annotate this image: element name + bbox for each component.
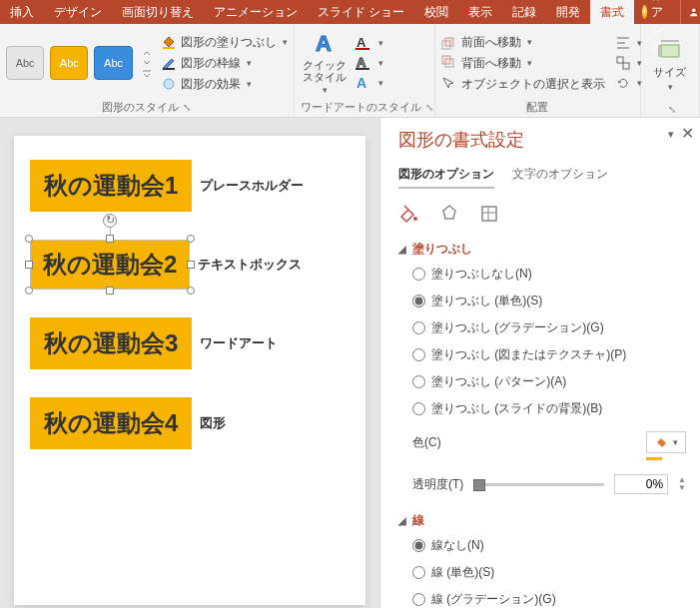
bring-forward-icon: [441, 34, 457, 50]
wordart-label: ワードアート: [200, 334, 278, 352]
line-option-radio-0[interactable]: [412, 539, 425, 552]
fill-line-category-icon[interactable]: [398, 203, 420, 225]
tab-animations[interactable]: アニメーション: [204, 0, 308, 24]
resize-handle-sw[interactable]: [25, 287, 33, 295]
transparency-slider[interactable]: [473, 483, 604, 486]
fill-option-label-5: 塗りつぶし (スライドの背景)(B): [431, 400, 602, 417]
resize-handle-nw[interactable]: [25, 235, 33, 243]
collapse-fill-icon[interactable]: ◢: [398, 244, 406, 255]
resize-handle-n[interactable]: [106, 235, 114, 243]
line-option-2[interactable]: 線 (グラデーション)(G): [412, 591, 686, 608]
shape-effects-button[interactable]: 図形の効果▾: [161, 76, 288, 93]
fill-option-3[interactable]: 塗りつぶし (図またはテクスチャ)(P): [412, 346, 686, 363]
size-category-icon[interactable]: [478, 203, 500, 225]
bring-forward-button[interactable]: 前面へ移動▾: [441, 34, 605, 51]
tell-me[interactable]: 操作アシス: [634, 0, 680, 24]
transparency-spin-down[interactable]: ▼: [678, 484, 686, 492]
collapse-line-icon[interactable]: ◢: [398, 515, 406, 526]
pane-close-icon[interactable]: ✕: [681, 124, 694, 143]
tab-design[interactable]: デザイン: [44, 0, 112, 24]
fill-option-radio-0[interactable]: [412, 268, 425, 281]
tab-insert[interactable]: 挿入: [0, 0, 44, 24]
line-option-1[interactable]: 線 (単色)(S): [412, 564, 686, 581]
text-effects-button[interactable]: A▾: [354, 75, 383, 91]
quick-styles-button[interactable]: A クイック スタイル▾: [301, 31, 349, 95]
fill-option-radio-3[interactable]: [412, 348, 425, 361]
slide-canvas[interactable]: 秋の運動会1 プレースホルダー 秋の運動会2 テキストボックス: [14, 136, 365, 605]
shape-styles-launcher-icon[interactable]: ⤡: [183, 102, 191, 113]
svg-text:A: A: [356, 35, 366, 50]
gallery-up-icon[interactable]: [141, 48, 153, 58]
fill-option-label-4: 塗りつぶし (パターン)(A): [431, 373, 566, 390]
style-preset-2[interactable]: Abc: [50, 46, 88, 80]
shape-outline-button[interactable]: 図形の枠線▾: [161, 55, 288, 72]
format-shape-pane: ▾ ✕ 図形の書式設定 図形のオプション 文字のオプション ◢塗りつぶし 塗りつ…: [379, 118, 700, 608]
fill-option-0[interactable]: 塗りつぶしなし(N): [412, 266, 686, 283]
fill-option-4[interactable]: 塗りつぶし (パターン)(A): [412, 373, 686, 390]
shape-fill-button[interactable]: 図形の塗りつぶし▾: [161, 34, 288, 51]
ribbon-tabs: 挿入 デザイン 画面切り替え アニメーション スライド ショー 校閲 表示 記録…: [0, 0, 700, 24]
share-button[interactable]: 共有: [680, 0, 700, 24]
resize-handle-s[interactable]: [106, 287, 114, 295]
line-option-label-1: 線 (単色)(S): [431, 564, 494, 581]
selection-pane-button[interactable]: オブジェクトの選択と表示: [441, 76, 605, 93]
style-preset-3[interactable]: Abc: [94, 46, 132, 80]
person-icon: [689, 5, 699, 19]
size-launcher-icon[interactable]: ⤡: [668, 104, 676, 115]
fill-option-label-2: 塗りつぶし (グラデーション)(G): [431, 319, 604, 336]
fill-option-5[interactable]: 塗りつぶし (スライドの背景)(B): [412, 400, 686, 417]
wordart-shape[interactable]: 秋の運動会3: [30, 317, 192, 369]
svg-point-0: [692, 8, 696, 12]
line-option-0[interactable]: 線なし(N): [412, 537, 686, 554]
svg-rect-15: [623, 63, 629, 69]
resize-handle-ne[interactable]: [187, 235, 195, 243]
rotate-handle-icon[interactable]: [103, 214, 117, 228]
text-outline-icon: A: [354, 55, 372, 71]
fill-option-radio-5[interactable]: [412, 402, 425, 415]
pen-icon: [161, 55, 177, 71]
line-option-radio-2[interactable]: [412, 593, 425, 606]
effects-icon: [161, 76, 177, 92]
resize-handle-e[interactable]: [187, 261, 195, 269]
pane-menu-icon[interactable]: ▾: [668, 128, 674, 141]
pane-tab-shape-options[interactable]: 図形のオプション: [398, 166, 494, 189]
text-outline-button[interactable]: A▾: [354, 55, 383, 71]
tab-developer[interactable]: 開発: [546, 0, 590, 24]
main-area: 秋の運動会1 プレースホルダー 秋の運動会2 テキストボックス: [0, 118, 700, 608]
transparency-input[interactable]: [614, 474, 668, 494]
send-backward-button[interactable]: 背面へ移動▾: [441, 55, 605, 72]
placeholder-shape[interactable]: 秋の運動会1: [30, 160, 192, 212]
paint-bucket-small-icon: [655, 435, 669, 449]
fill-option-1[interactable]: 塗りつぶし (単色)(S): [412, 293, 686, 309]
rotate-button[interactable]: ▾: [615, 75, 642, 91]
size-button[interactable]: サイズ▾: [647, 37, 693, 92]
resize-handle-w[interactable]: [25, 261, 33, 269]
fill-option-2[interactable]: 塗りつぶし (グラデーション)(G): [412, 319, 686, 336]
tab-slideshow[interactable]: スライド ショー: [308, 0, 414, 24]
effects-category-icon[interactable]: [438, 203, 460, 225]
style-preset-1[interactable]: Abc: [6, 46, 44, 80]
fill-option-radio-1[interactable]: [412, 295, 425, 307]
wordart-launcher-icon[interactable]: ⤡: [425, 102, 433, 113]
group-button[interactable]: ▾: [615, 55, 642, 71]
tab-recording[interactable]: 記録: [502, 0, 546, 24]
fill-option-radio-4[interactable]: [412, 375, 425, 388]
textbox-shape-selection[interactable]: 秋の運動会2: [30, 240, 190, 290]
fill-option-label-1: 塗りつぶし (単色)(S): [431, 293, 542, 309]
align-button[interactable]: ▾: [615, 35, 642, 51]
gallery-more-icon[interactable]: [141, 68, 153, 78]
gallery-down-icon[interactable]: [141, 58, 153, 68]
tab-review[interactable]: 校閲: [414, 0, 458, 24]
fill-option-radio-2[interactable]: [412, 321, 425, 334]
resize-handle-se[interactable]: [187, 287, 195, 295]
fill-option-label-3: 塗りつぶし (図またはテクスチャ)(P): [431, 346, 626, 363]
line-option-radio-1[interactable]: [412, 566, 425, 579]
rect-shape[interactable]: 秋の運動会4: [30, 397, 192, 449]
tab-view[interactable]: 表示: [458, 0, 502, 24]
fill-color-button[interactable]: ▾: [646, 431, 686, 453]
textbox-shape[interactable]: 秋の運動会2: [30, 240, 190, 290]
pane-tab-text-options[interactable]: 文字のオプション: [512, 166, 608, 189]
tab-transitions[interactable]: 画面切り替え: [112, 0, 204, 24]
text-fill-button[interactable]: A▾: [354, 35, 383, 51]
tab-format[interactable]: 書式: [590, 0, 634, 24]
